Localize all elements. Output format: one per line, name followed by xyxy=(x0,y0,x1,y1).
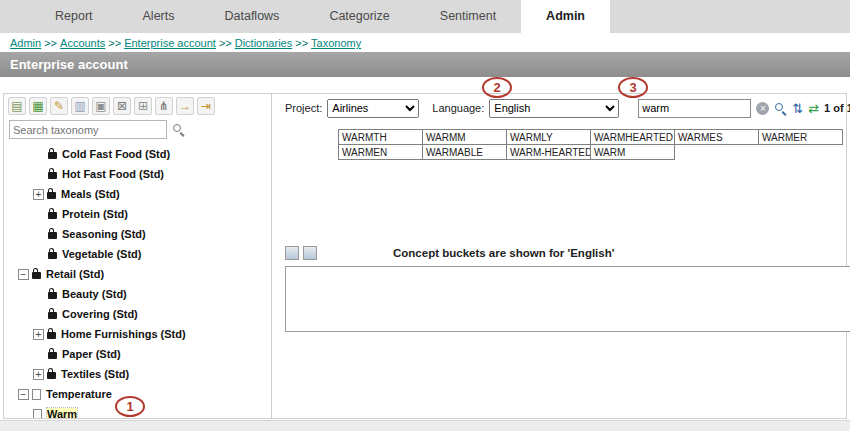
project-label: Project: xyxy=(285,102,322,114)
export-icon[interactable]: ⇥ xyxy=(197,97,215,115)
language-label: Language: xyxy=(432,102,484,114)
word-row: WARMENWARMABLEWARM-HEARTEDWARM xyxy=(338,144,850,160)
tree-item-hot-fast-food-std[interactable]: Hot Fast Food (Std) xyxy=(4,164,271,184)
search-icon[interactable] xyxy=(172,123,185,136)
breadcrumb-separator: >> xyxy=(44,37,57,49)
tab-dataflows[interactable]: Dataflows xyxy=(199,0,304,33)
footer xyxy=(0,420,850,431)
add-category-icon[interactable]: ▦ xyxy=(29,97,47,115)
tree-item-label: Paper (Std) xyxy=(62,348,121,360)
expand-icon[interactable]: + xyxy=(33,369,44,380)
breadcrumb-separator: >> xyxy=(108,37,121,49)
breadcrumb-link-admin[interactable]: Admin xyxy=(10,37,41,49)
lock-icon xyxy=(48,252,57,259)
tree-item-label: Textiles (Std) xyxy=(61,368,129,380)
lock-icon xyxy=(32,272,41,279)
edit-category-icon[interactable]: ✎ xyxy=(50,97,68,115)
tree-item-covering-std[interactable]: Covering (Std) xyxy=(4,304,271,324)
tree-item-vegetable-std[interactable]: Vegetable (Std) xyxy=(4,244,271,264)
tab-admin[interactable]: Admin xyxy=(521,0,610,33)
word-cell[interactable]: WARM-HEARTED xyxy=(506,144,591,160)
tree-item-label: Temperature xyxy=(46,388,112,400)
copy-icon[interactable]: ⊞ xyxy=(134,97,152,115)
hierarchy-icon[interactable]: ⋔ xyxy=(155,97,173,115)
tree-item-textiles-std[interactable]: +Textiles (Std) xyxy=(4,364,271,384)
concept-row: Concept buckets are shown for 'English' xyxy=(285,246,850,260)
tree-item-beauty-std[interactable]: Beauty (Std) xyxy=(4,284,271,304)
page: ReportAlertsDataflowsCategorizeSentiment… xyxy=(0,0,850,431)
word-cell[interactable]: WARMTH xyxy=(338,129,423,145)
word-cell[interactable]: WARMHEARTED xyxy=(590,129,675,145)
project-select[interactable]: Airlines xyxy=(327,99,419,118)
word-cell[interactable]: WARMER xyxy=(758,129,843,145)
taxonomy-search-row xyxy=(4,118,271,141)
expand-icon[interactable]: + xyxy=(33,329,44,340)
delete-icon[interactable]: ⊠ xyxy=(113,97,131,115)
tree-item-label: Covering (Std) xyxy=(62,308,138,320)
lock-icon xyxy=(48,152,57,159)
paste-icon[interactable]: ▣ xyxy=(92,97,110,115)
concept-bucket-box[interactable] xyxy=(285,266,850,332)
taxonomy-search-input[interactable] xyxy=(9,120,167,139)
tree-item-temperature[interactable]: −Temperature xyxy=(4,384,271,404)
concept-note: Concept buckets are shown for 'English' xyxy=(393,247,614,259)
tab-categorize[interactable]: Categorize xyxy=(304,0,414,33)
tree-item-label: Beauty (Std) xyxy=(62,288,127,300)
tree-item-seasoning-std[interactable]: Seasoning (Std) xyxy=(4,224,271,244)
word-cell[interactable]: WARMABLE xyxy=(422,144,507,160)
word-cell[interactable]: WARMEN xyxy=(338,144,423,160)
tree-item-cold-fast-food-std[interactable]: Cold Fast Food (Std) xyxy=(4,144,271,164)
tree-item-home-furnishings-std[interactable]: +Home Furnishings (Std) xyxy=(4,324,271,344)
new-document-icon[interactable]: ▥ xyxy=(71,97,89,115)
breadcrumb-link-taxonomy[interactable]: Taxonomy xyxy=(311,37,361,49)
tab-sentiment[interactable]: Sentiment xyxy=(415,0,521,33)
search-words-icon[interactable] xyxy=(774,102,787,115)
lock-icon xyxy=(47,372,56,379)
collapse-icon[interactable]: − xyxy=(18,269,29,280)
tree-item-warm[interactable]: Warm xyxy=(4,404,271,418)
tree-item-label: Vegetable (Std) xyxy=(62,248,141,260)
word-row: WARMTHWARMMWARMLYWARMHEARTEDWARMESWARMER xyxy=(338,129,850,145)
breadcrumb: Admin>>Accounts>>Enterprise account>>Dic… xyxy=(0,33,850,52)
refresh-icon[interactable]: ⇄ xyxy=(808,102,819,115)
tree-item-label: Protein (Std) xyxy=(62,208,128,220)
breadcrumb-link-dictionaries[interactable]: Dictionaries xyxy=(235,37,292,49)
tree-item-paper-std[interactable]: Paper (Std) xyxy=(4,344,271,364)
lock-icon xyxy=(48,312,57,319)
taxonomy-panel: ▤▦✎▥▣⊠⊞⋔→⇥ Cold Fast Food (Std)Hot Fast … xyxy=(4,94,272,418)
lock-icon xyxy=(48,292,57,299)
lock-icon xyxy=(48,352,57,359)
word-search-input[interactable] xyxy=(638,99,751,118)
document-icon xyxy=(33,409,42,419)
tree-item-meals-std[interactable]: +Meals (Std) xyxy=(4,184,271,204)
sort-icon[interactable]: ⇅ xyxy=(792,102,803,115)
tab-report[interactable]: Report xyxy=(30,0,118,33)
tree-item-label: Seasoning (Std) xyxy=(62,228,146,240)
tree-item-retail-std[interactable]: −Retail (Std) xyxy=(4,264,271,284)
tree-item-protein-std[interactable]: Protein (Std) xyxy=(4,204,271,224)
breadcrumb-link-accounts[interactable]: Accounts xyxy=(60,37,105,49)
clear-search-icon[interactable]: × xyxy=(756,102,769,115)
breadcrumb-separator: >> xyxy=(219,37,232,49)
language-select[interactable]: English xyxy=(489,99,619,118)
concept-save-icon[interactable] xyxy=(285,246,299,260)
lock-icon xyxy=(47,332,56,339)
word-cell[interactable]: WARMLY xyxy=(506,129,591,145)
lock-icon xyxy=(48,232,57,239)
tab-alerts[interactable]: Alerts xyxy=(118,0,200,33)
breadcrumb-link-enterprise-account[interactable]: Enterprise account xyxy=(124,37,216,49)
new-taxonomy-icon[interactable]: ▤ xyxy=(8,97,26,115)
word-cell[interactable]: WARMM xyxy=(422,129,507,145)
concept-copy-icon[interactable] xyxy=(303,246,317,260)
document-icon xyxy=(32,389,41,400)
word-cell[interactable]: WARM xyxy=(590,144,675,160)
import-icon[interactable]: → xyxy=(176,97,194,115)
tree-item-label: Meals (Std) xyxy=(61,188,120,200)
tree-item-label: Hot Fast Food (Std) xyxy=(62,168,164,180)
collapse-icon[interactable]: − xyxy=(18,389,29,400)
tree-item-label: Retail (Std) xyxy=(46,268,104,280)
word-cell[interactable]: WARMES xyxy=(674,129,759,145)
concept-toolbar: Project: Airlines Language: English × ⇅ … xyxy=(272,94,850,121)
top-nav: ReportAlertsDataflowsCategorizeSentiment… xyxy=(0,0,850,33)
expand-icon[interactable]: + xyxy=(33,189,44,200)
